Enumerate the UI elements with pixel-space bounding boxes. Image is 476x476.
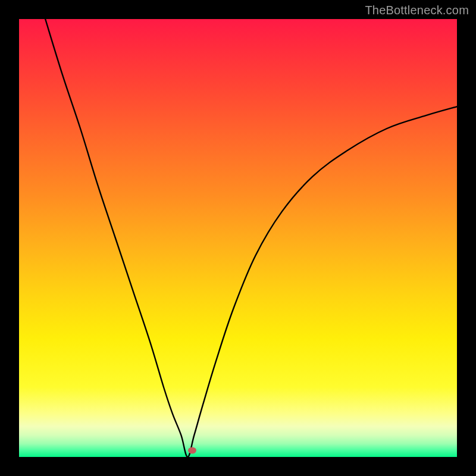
- optimum-marker: [188, 447, 196, 453]
- bottleneck-curve: [19, 19, 457, 457]
- plot-area: [19, 19, 457, 457]
- watermark-text: TheBottleneck.com: [365, 4, 469, 17]
- chart-frame: TheBottleneck.com: [0, 0, 476, 476]
